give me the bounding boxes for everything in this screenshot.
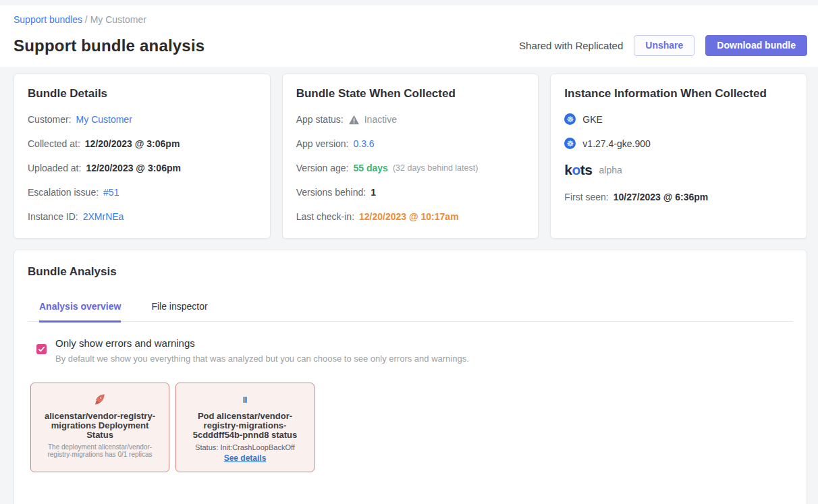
version-age-note: (32 days behind latest) bbox=[393, 163, 478, 173]
unshare-button[interactable]: Unshare bbox=[634, 35, 694, 56]
bundle-details-title: Bundle Details bbox=[28, 87, 256, 101]
last-checkin-value: 12/20/2023 @ 10:17am bbox=[359, 211, 459, 222]
filter-label: Only show errors and warnings bbox=[55, 337, 469, 349]
version-age-row: Version age: 55 days (32 days behind lat… bbox=[296, 163, 525, 173]
versions-behind-value: 1 bbox=[371, 187, 376, 198]
escalation-issue-row: Escalation issue: #51 bbox=[28, 187, 256, 198]
breadcrumb-support-bundles-link[interactable]: Support bundles bbox=[13, 14, 82, 25]
analyzer-card-deployment[interactable]: alicenstar/vendor-registry-migrations De… bbox=[30, 383, 169, 472]
shared-status-text: Shared with Replicated bbox=[519, 40, 623, 51]
only-errors-checkbox[interactable] bbox=[36, 344, 47, 354]
bundle-state-card: Bundle State When Collected App status: … bbox=[282, 74, 539, 239]
distribution-row: ☸ GKE bbox=[564, 113, 793, 125]
bundle-details-card: Bundle Details Customer: My Customer Col… bbox=[13, 74, 271, 239]
analysis-results: alicenstar/vendor-registry-migrations De… bbox=[28, 383, 793, 472]
bundle-state-title: Bundle State When Collected bbox=[296, 87, 525, 101]
kubernetes-icon: ☸ bbox=[564, 113, 576, 125]
kots-logo: kots bbox=[564, 162, 592, 178]
pod-icon bbox=[183, 391, 307, 408]
first-seen-value: 10/27/2023 @ 6:36pm bbox=[614, 192, 709, 202]
uploaded-at-label: Uploaded at: bbox=[28, 163, 81, 173]
kots-logo-k: k bbox=[564, 162, 572, 177]
analyzer-status-message: Status: Init:CrashLoopBackOff bbox=[183, 443, 307, 451]
bundle-analysis-card: Bundle Analysis Analysis overview File i… bbox=[13, 250, 807, 504]
escalation-issue-link[interactable]: #51 bbox=[103, 187, 119, 198]
warning-icon bbox=[348, 115, 360, 125]
filter-text-block: Only show errors and warnings By default… bbox=[55, 337, 469, 364]
analysis-tabs: Analysis overview File inspector bbox=[28, 301, 793, 322]
breadcrumb-separator: / bbox=[85, 14, 88, 25]
customer-label: Customer: bbox=[28, 114, 72, 125]
summary-cards-row: Bundle Details Customer: My Customer Col… bbox=[13, 74, 807, 239]
app-status-value: Inactive bbox=[364, 114, 397, 125]
breadcrumb-current: My Customer bbox=[90, 14, 146, 25]
k8s-version-row: ☸ v1.27.4-gke.900 bbox=[564, 138, 793, 149]
kubernetes-icon: ☸ bbox=[564, 138, 576, 149]
header-actions: Shared with Replicated Unshare Download … bbox=[519, 35, 807, 56]
title-row: Support bundle analysis Shared with Repl… bbox=[13, 35, 807, 56]
app-version-link[interactable]: 0.3.6 bbox=[354, 138, 375, 149]
instance-id-link[interactable]: 2XMrNEa bbox=[83, 211, 124, 222]
versions-behind-row: Versions behind: 1 bbox=[296, 187, 525, 198]
collected-at-label: Collected at: bbox=[28, 138, 80, 149]
customer-link[interactable]: My Customer bbox=[76, 114, 132, 125]
download-bundle-button[interactable]: Download bundle bbox=[705, 35, 807, 56]
kots-logo-ts: ts bbox=[580, 162, 593, 177]
main-content: Bundle Details Customer: My Customer Col… bbox=[0, 67, 818, 504]
uploaded-at-row: Uploaded at: 12/20/2023 @ 3:06pm bbox=[28, 163, 256, 173]
page-header: Support bundles / My Customer Support bu… bbox=[0, 5, 818, 67]
instance-id-label: Instance ID: bbox=[28, 211, 78, 222]
tab-file-inspector[interactable]: File inspector bbox=[151, 301, 207, 323]
instance-info-title: Instance Information When Collected bbox=[564, 87, 793, 101]
escalation-issue-label: Escalation issue: bbox=[28, 187, 99, 198]
tab-analysis-overview[interactable]: Analysis overview bbox=[39, 301, 121, 323]
last-checkin-label: Last check-in: bbox=[296, 211, 354, 222]
page-title: Support bundle analysis bbox=[13, 36, 204, 55]
instance-info-card: Instance Information When Collected ☸ GK… bbox=[550, 74, 807, 239]
collected-at-row: Collected at: 12/20/2023 @ 3:06pm bbox=[28, 138, 256, 149]
kots-channel: alpha bbox=[599, 165, 622, 175]
analyzer-title: Pod alicenstar/vendor-registry-migration… bbox=[183, 412, 307, 440]
page: Support bundles / My Customer Support bu… bbox=[0, 0, 818, 504]
version-age-value: 55 days bbox=[354, 163, 388, 173]
collected-at-value: 12/20/2023 @ 3:06pm bbox=[85, 138, 180, 149]
analyzer-title: alicenstar/vendor-registry-migrations De… bbox=[38, 412, 162, 440]
breadcrumb: Support bundles / My Customer bbox=[13, 14, 807, 25]
bundle-analysis-title: Bundle Analysis bbox=[28, 265, 793, 279]
last-checkin-row: Last check-in: 12/20/2023 @ 10:17am bbox=[296, 211, 525, 222]
rocket-icon bbox=[38, 391, 162, 408]
kots-row: kots alpha bbox=[564, 162, 793, 178]
app-version-row: App version: 0.3.6 bbox=[296, 138, 525, 149]
kots-logo-o: o bbox=[572, 162, 580, 177]
first-seen-label: First seen: bbox=[564, 192, 608, 202]
version-age-label: Version age: bbox=[296, 163, 349, 173]
analyzer-card-pod-status[interactable]: Pod alicenstar/vendor-registry-migration… bbox=[175, 383, 315, 472]
filter-description: By default we show you everything that w… bbox=[55, 354, 469, 364]
k8s-version-value: v1.27.4-gke.900 bbox=[582, 138, 650, 149]
first-seen-row: First seen: 10/27/2023 @ 6:36pm bbox=[564, 192, 793, 202]
app-status-row: App status: Inactive bbox=[296, 114, 525, 125]
uploaded-at-value: 12/20/2023 @ 3:06pm bbox=[86, 163, 181, 173]
instance-id-row: Instance ID: 2XMrNEa bbox=[28, 211, 256, 222]
customer-row: Customer: My Customer bbox=[28, 114, 256, 125]
filter-row: Only show errors and warnings By default… bbox=[28, 337, 793, 364]
versions-behind-label: Versions behind: bbox=[296, 187, 366, 198]
see-details-link[interactable]: See details bbox=[224, 453, 267, 463]
app-version-label: App version: bbox=[296, 138, 349, 149]
distribution-value: GKE bbox=[582, 114, 603, 125]
app-status-label: App status: bbox=[296, 114, 344, 125]
analyzer-message: The deployment alicenstar/vendor-registr… bbox=[38, 443, 162, 458]
